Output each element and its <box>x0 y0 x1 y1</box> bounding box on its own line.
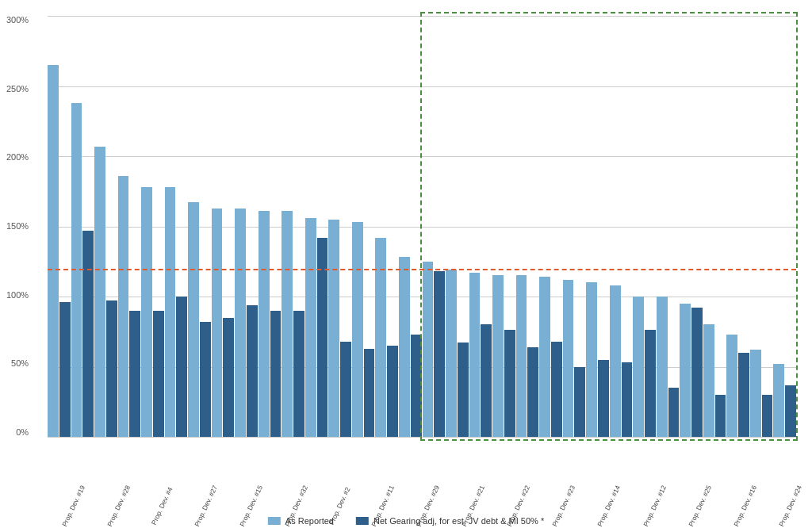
bar-group <box>118 16 141 437</box>
bar-group <box>48 16 71 437</box>
x-label-group: Prop. Dev. #32 <box>270 501 315 512</box>
bar-reported <box>212 209 223 438</box>
x-label: Prop. Dev. #14 <box>596 484 622 528</box>
bar-adjusted <box>668 388 680 437</box>
bar-group <box>680 16 703 437</box>
bar-adjusted <box>247 305 258 437</box>
reference-line <box>48 269 796 270</box>
bar-reported <box>399 257 410 437</box>
x-label-group: Prop. Dev. #2 <box>316 501 356 512</box>
bar-reported <box>469 273 481 437</box>
x-label-group: Prop. Dev. #16 <box>719 501 764 512</box>
x-label-group: Prop. Dev. #4 <box>138 501 178 512</box>
bar-adjusted <box>153 311 164 437</box>
legend-swatch <box>356 517 369 525</box>
bar-adjusted <box>738 353 749 437</box>
bar-group <box>141 16 164 437</box>
bar-adjusted <box>598 360 609 437</box>
bar-group <box>657 16 680 437</box>
y-axis-label: 150% <box>6 222 29 231</box>
bar-adjusted <box>762 395 773 437</box>
bar-adjusted <box>223 318 234 437</box>
legend-label: Net Gearing adj, for est. JV debt & MI 5… <box>373 516 544 526</box>
bar-group <box>750 16 773 437</box>
bar-reported <box>703 324 714 437</box>
bar-adjusted <box>645 330 656 437</box>
bar-adjusted <box>434 271 445 437</box>
bar-adjusted <box>364 349 375 438</box>
bar-adjusted <box>715 395 726 437</box>
bar-group <box>446 16 469 437</box>
bar-adjusted <box>176 297 187 437</box>
bar-reported <box>118 176 129 437</box>
bar-adjusted <box>200 322 211 437</box>
bar-reported <box>188 202 199 437</box>
bar-group <box>773 16 796 437</box>
x-label: Prop. Dev. #27 <box>193 484 219 528</box>
bar-adjusted <box>527 347 538 437</box>
grid-line <box>48 437 796 438</box>
x-label: Prop. Dev. #16 <box>732 484 758 528</box>
x-label: Prop. Dev. #25 <box>687 484 713 528</box>
bar-group <box>469 16 492 437</box>
bar-adjusted <box>387 346 398 437</box>
bar-adjusted <box>317 238 328 437</box>
bar-group <box>352 16 375 437</box>
chart-container: 300%250%200%150%100%50%0% Prop. Dev. #19… <box>0 0 812 532</box>
legend-item: As Reported <box>268 516 334 526</box>
x-label-group: Prop. Dev. #14 <box>583 501 627 512</box>
bar-group <box>94 16 117 437</box>
bar-group <box>726 16 749 437</box>
bar-reported <box>773 364 784 437</box>
bar-group <box>492 16 515 437</box>
bar-adjusted <box>551 342 562 437</box>
x-label: Prop. Dev. #12 <box>642 484 668 528</box>
bar-group <box>633 16 656 437</box>
bar-reported <box>328 220 339 437</box>
bar-group <box>188 16 211 437</box>
bar-adjusted <box>691 308 703 437</box>
x-label-group: Prop. Dev. #27 <box>180 501 224 512</box>
bar-group <box>399 16 422 437</box>
bar-reported <box>259 211 270 437</box>
bar-group <box>282 16 304 437</box>
bar-group <box>703 16 726 437</box>
bar-reported <box>375 238 386 437</box>
y-axis-label: 50% <box>11 359 29 368</box>
bar-group <box>235 16 258 437</box>
bar-group <box>305 16 328 437</box>
x-label-group: Prop. Dev. #24 <box>764 501 809 512</box>
x-label: Prop. Dev. #19 <box>60 484 86 528</box>
x-label-group: Prop. Dev. #25 <box>674 501 718 512</box>
bar-group <box>610 16 633 437</box>
bar-adjusted <box>293 311 304 437</box>
bar-adjusted <box>411 335 422 437</box>
x-label-group: Prop. Dev. #28 <box>93 501 137 512</box>
bar-group <box>71 16 94 437</box>
bar-reported <box>750 350 761 437</box>
bar-reported <box>657 297 668 437</box>
bar-group <box>539 16 562 437</box>
bar-reported <box>539 277 550 437</box>
y-axis-label: 100% <box>6 291 29 300</box>
bar-reported <box>633 297 644 437</box>
x-label-group: Prop. Dev. #19 <box>48 501 92 512</box>
bar-adjusted <box>785 385 796 437</box>
x-label-group: Prop. Dev. #23 <box>538 501 582 512</box>
bar-adjusted <box>59 302 71 437</box>
bar-group <box>586 16 609 437</box>
x-label: Prop. Dev. #23 <box>551 484 577 528</box>
y-axis-label: 0% <box>16 428 29 437</box>
bar-reported <box>492 275 504 437</box>
bar-reported <box>680 304 691 437</box>
legend-swatch <box>268 517 281 525</box>
x-label: Prop. Dev. #15 <box>238 484 264 528</box>
y-axis-label: 250% <box>6 85 29 94</box>
x-label-group: Prop. Dev. #12 <box>629 501 673 512</box>
bar-group <box>516 16 539 437</box>
bar-adjusted <box>481 324 492 437</box>
bar-adjusted <box>129 311 140 437</box>
legend-label: As Reported <box>285 516 334 526</box>
y-axis-label: 300% <box>6 16 29 25</box>
bar-group <box>259 16 282 437</box>
